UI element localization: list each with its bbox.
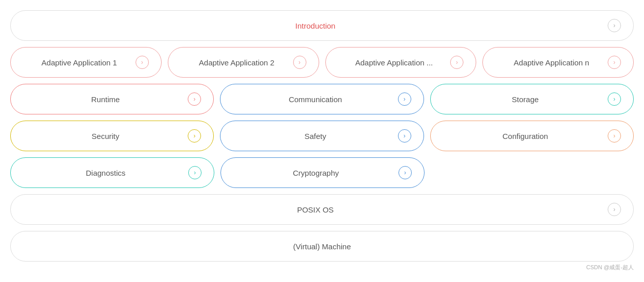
- row3-label-2: Storage: [443, 95, 608, 104]
- row-five: Diagnostics › Cryptography ›: [10, 157, 634, 188]
- vm-label: (Virtual) Machine: [23, 242, 621, 251]
- row-vm: (Virtual) Machine: [10, 231, 634, 262]
- row4-card-1[interactable]: Safety ›: [220, 121, 424, 151]
- posix-label: POSIX OS: [23, 205, 608, 214]
- row5-label-1: Cryptography: [233, 169, 398, 177]
- row3-label-0: Runtime: [23, 95, 188, 104]
- row5-card-1[interactable]: Cryptography ›: [220, 157, 425, 188]
- row5-empty: [431, 157, 634, 188]
- row4-chevron-1: ›: [398, 129, 411, 143]
- app-chevron-1: ›: [136, 56, 149, 69]
- app-card-2[interactable]: Adaptive Application 2 ›: [168, 47, 319, 78]
- posix-card[interactable]: POSIX OS ›: [10, 194, 634, 225]
- app-label-2: Adaptive Application 2: [181, 58, 293, 67]
- row4-chevron-0: ›: [188, 129, 201, 143]
- row3-chevron-2: ›: [608, 92, 621, 106]
- row4-label-1: Safety: [233, 132, 397, 140]
- introduction-card[interactable]: Introduction ›: [10, 10, 634, 41]
- row-four: Security › Safety › Configuration ›: [10, 121, 634, 151]
- row4-card-2[interactable]: Configuration ›: [430, 121, 634, 151]
- app-card-4[interactable]: Adaptive Application n ›: [482, 47, 634, 78]
- app-label-1: Adaptive Application 1: [23, 58, 136, 67]
- row5-card-0[interactable]: Diagnostics ›: [10, 157, 214, 188]
- introduction-chevron: ›: [608, 19, 621, 32]
- app-card-3[interactable]: Adaptive Application ... ›: [325, 47, 477, 78]
- row-three: Runtime › Communication › Storage ›: [10, 84, 634, 114]
- posix-chevron: ›: [608, 203, 621, 216]
- watermark: CSDN @咸蛋-超人: [10, 264, 634, 271]
- vm-card[interactable]: (Virtual) Machine: [10, 231, 634, 262]
- introduction-label: Introduction: [23, 21, 608, 30]
- row3-chevron-1: ›: [398, 92, 411, 106]
- row3-label-1: Communication: [233, 95, 397, 104]
- row5-chevron-0: ›: [188, 166, 202, 179]
- app-chevron-2: ›: [293, 56, 306, 69]
- app-chevron-4: ›: [608, 56, 621, 69]
- row3-card-0[interactable]: Runtime ›: [10, 84, 214, 114]
- main-container: Introduction › Adaptive Application 1 › …: [10, 10, 634, 262]
- row3-chevron-0: ›: [188, 92, 201, 106]
- row4-card-0[interactable]: Security ›: [10, 121, 214, 151]
- app-chevron-3: ›: [450, 56, 463, 69]
- row4-label-2: Configuration: [443, 132, 608, 140]
- row5-chevron-1: ›: [398, 166, 412, 179]
- row4-chevron-2: ›: [608, 129, 621, 143]
- app-label-3: Adaptive Application ...: [338, 58, 451, 67]
- row-apps: Adaptive Application 1 › Adaptive Applic…: [10, 47, 634, 78]
- app-card-1[interactable]: Adaptive Application 1 ›: [10, 47, 162, 78]
- row3-card-2[interactable]: Storage ›: [430, 84, 634, 114]
- row4-label-0: Security: [23, 132, 188, 140]
- row-posix: POSIX OS ›: [10, 194, 634, 225]
- row-introduction: Introduction ›: [10, 10, 634, 41]
- row3-card-1[interactable]: Communication ›: [220, 84, 424, 114]
- row5-label-0: Diagnostics: [23, 169, 188, 177]
- app-label-4: Adaptive Application n: [495, 58, 608, 67]
